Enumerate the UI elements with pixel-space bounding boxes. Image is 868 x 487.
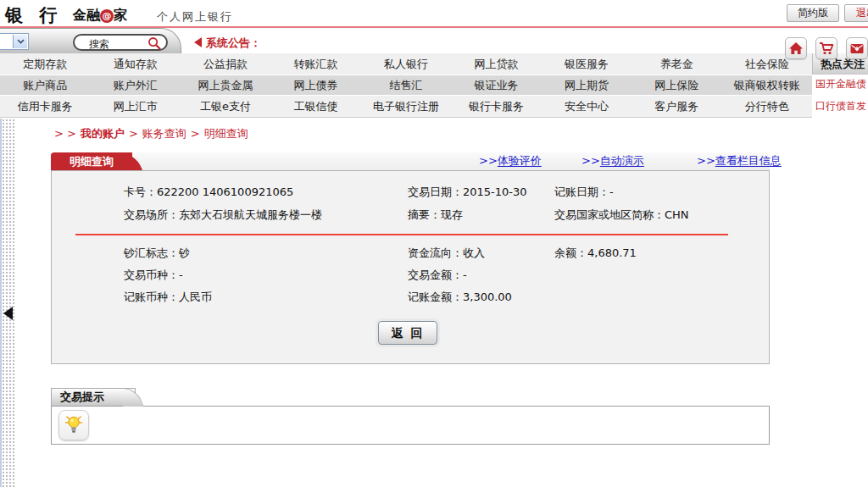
brand-logo: 金融@家: [73, 7, 127, 25]
detail-panel: 卡号：622200 1406100921065 交易日期：2015-10-30 …: [51, 170, 770, 364]
menu-item-r1c7[interactable]: 银医服务: [542, 53, 632, 75]
field-balance: 余额：4,680.71: [554, 246, 637, 261]
menu-item-r1c8[interactable]: 养老金: [632, 53, 721, 75]
collapse-left-arrow-icon[interactable]: [3, 307, 13, 320]
announcement-speaker-icon: [194, 37, 202, 47]
brand-right: 家: [114, 7, 127, 23]
tab-strip: [51, 152, 770, 170]
menu-item-r2c2[interactable]: 账户外汇: [90, 75, 180, 95]
lightbulb-chip: [58, 410, 89, 440]
search-input[interactable]: 搜索: [73, 34, 168, 51]
link-prefix: >>: [697, 154, 715, 167]
tab-detail-query: 明细查询: [51, 152, 132, 170]
menu-item-r2c6[interactable]: 银证业务: [451, 75, 541, 95]
menu-item-r3c1[interactable]: 信用卡服务: [0, 96, 90, 117]
menu-item-r1c2[interactable]: 通知存款: [90, 53, 180, 75]
logout-button[interactable]: 退出: [844, 4, 868, 22]
field-transaction-place: 交易场所：东郊大石坝航天城服务楼一楼: [124, 208, 322, 223]
hot-topic-link[interactable]: 国开金融债: [815, 77, 866, 91]
announcement-label: 系统公告：: [206, 36, 261, 51]
main-menu: 定期存款 通知存款 公益捐款 转账汇款 私人银行 网上贷款 银医服务 养老金 社…: [0, 53, 812, 118]
menu-item-r3c3[interactable]: 工银e支付: [181, 96, 270, 117]
menu-item-r2c4[interactable]: 网上债券: [270, 75, 360, 95]
link-view-column-info[interactable]: >>查看栏目信息: [697, 153, 782, 169]
hot-topic-link[interactable]: 口行债首发: [815, 99, 866, 113]
home-icon[interactable]: [785, 37, 807, 59]
field-card-number: 卡号：622200 1406100921065: [124, 185, 293, 200]
field-country-region: 交易国家或地区简称：CHN: [554, 208, 689, 223]
tips-tab: 交易提示: [51, 388, 136, 406]
menu-item-r3c9[interactable]: 分行特色: [722, 96, 812, 117]
bank-logo: 银 行: [5, 3, 62, 27]
link-prefix: >>: [581, 154, 600, 167]
breadcrumb-detail-query[interactable]: 明细查询: [204, 127, 248, 140]
breadcrumb-my-account[interactable]: 我的账户: [81, 127, 125, 140]
menu-item-r2c7[interactable]: 网上期货: [542, 75, 632, 95]
menu-item-r3c4[interactable]: 工银信使: [270, 96, 360, 117]
link-prefix: >>: [479, 154, 498, 167]
link-label: 自动演示: [600, 154, 644, 167]
menu-item-r1c1[interactable]: 定期存款: [0, 53, 90, 75]
menu-row-3: 信用卡服务 网上汇市 工银e支付 工银信使 电子银行注册 银行卡服务 安全中心 …: [0, 96, 812, 117]
breadcrumb-arrows: > >: [54, 127, 76, 140]
field-transaction-amount: 交易金额：-: [408, 268, 467, 283]
field-booking-date: 记账日期：-: [554, 185, 614, 200]
menu-row-2: 账户商品 账户外汇 网上贵金属 网上债券 结售汇 银证业务 网上期货 网上保险 …: [0, 75, 812, 96]
header: 银 行 金融@家 个人网上银行 简约版 退出: [0, 0, 868, 28]
simple-version-button[interactable]: 简约版: [787, 4, 839, 22]
header-quick-icons: [785, 37, 868, 59]
breadcrumb-sep: >: [129, 127, 138, 140]
chevron-down-icon[interactable]: [13, 35, 27, 48]
sidebar-collapse-strip: [0, 119, 15, 487]
menu-item-r1c4[interactable]: 转账汇款: [270, 53, 360, 75]
lightbulb-icon: [64, 413, 84, 438]
menu-item-r2c3[interactable]: 网上贵金属: [181, 75, 270, 95]
menu-select[interactable]: [0, 33, 29, 50]
field-cash-remit-flag: 钞汇标志：钞: [124, 246, 190, 261]
breadcrumb-sep: >: [191, 127, 200, 140]
menu-item-r2c9[interactable]: 银商银权转账: [722, 75, 812, 95]
field-booking-amount: 记账金额：3,300.00: [408, 290, 512, 305]
page-subtitle: 个人网上银行: [157, 9, 233, 25]
breadcrumb: > >我的账户>账务查询>明细查询: [54, 126, 253, 141]
field-fund-direction: 资金流向：收入: [408, 246, 485, 261]
menu-item-r3c8[interactable]: 客户服务: [632, 96, 721, 117]
field-transaction-currency: 交易币种：-: [124, 268, 183, 283]
menu-item-r2c5[interactable]: 结售汇: [361, 75, 451, 95]
cart-icon[interactable]: [815, 37, 837, 59]
menu-item-r2c8[interactable]: 网上保险: [632, 75, 721, 95]
menu-item-r3c6[interactable]: 银行卡服务: [451, 96, 541, 117]
menu-item-r2c1[interactable]: 账户商品: [0, 75, 90, 95]
menu-item-r1c6[interactable]: 网上贷款: [451, 53, 541, 75]
at-icon: @: [100, 9, 114, 23]
menu-item-r1c3[interactable]: 公益捐款: [181, 53, 270, 75]
menu-item-r3c7[interactable]: 安全中心: [542, 96, 632, 117]
link-label: 体验评价: [498, 154, 542, 167]
page: 银 行 金融@家 个人网上银行 简约版 退出 搜索 系统公告： 定期存款: [0, 0, 868, 487]
field-transaction-date: 交易日期：2015-10-30: [408, 185, 527, 200]
search-placeholder: 搜索: [89, 37, 109, 52]
back-button[interactable]: 返 回: [378, 321, 437, 345]
section-divider: [75, 234, 728, 235]
mail-icon[interactable]: [846, 37, 868, 59]
link-label: 查看栏目信息: [715, 154, 782, 167]
menu-item-r1c5[interactable]: 私人银行: [361, 53, 451, 75]
link-experience-review[interactable]: >>体验评价: [479, 153, 542, 169]
menu-item-r3c2[interactable]: 网上汇市: [90, 96, 180, 117]
field-summary: 摘要：现存: [408, 208, 463, 223]
brand-left: 金融: [73, 7, 100, 23]
breadcrumb-account-query[interactable]: 账务查询: [142, 127, 186, 140]
link-auto-demo[interactable]: >>自动演示: [581, 153, 644, 169]
menu-item-r3c5[interactable]: 电子银行注册: [361, 96, 451, 117]
menu-row-1: 定期存款 通知存款 公益捐款 转账汇款 私人银行 网上贷款 银医服务 养老金 社…: [0, 53, 812, 75]
search-icon[interactable]: [147, 36, 161, 53]
tips-box: [51, 406, 770, 445]
field-booking-currency: 记账币种：人民币: [124, 290, 212, 305]
